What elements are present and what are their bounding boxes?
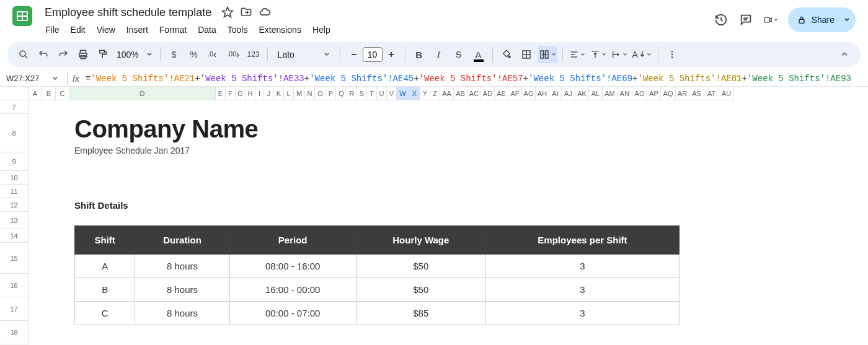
column-header[interactable]: AS bbox=[689, 87, 704, 100]
column-header[interactable]: AL bbox=[589, 87, 603, 100]
menu-extensions[interactable]: Extensions bbox=[254, 22, 305, 37]
history-icon[interactable] bbox=[714, 12, 728, 27]
format-percent-button[interactable]: % bbox=[185, 46, 203, 63]
menu-tools[interactable]: Tools bbox=[223, 22, 252, 37]
column-header[interactable]: B bbox=[42, 87, 56, 100]
column-header[interactable]: AU bbox=[719, 87, 734, 100]
spreadsheet-cells[interactable]: Company Name Employee Schedule Jan 2017 … bbox=[29, 100, 868, 344]
column-header[interactable]: F bbox=[226, 87, 236, 100]
column-header[interactable]: E bbox=[216, 87, 226, 100]
merge-cells-button[interactable] bbox=[538, 46, 557, 63]
zoom-select[interactable]: 100% bbox=[114, 50, 155, 59]
search-menu-icon[interactable] bbox=[15, 46, 32, 63]
column-header[interactable]: T bbox=[367, 87, 377, 100]
column-header[interactable]: AC bbox=[467, 87, 481, 100]
horizontal-align-button[interactable] bbox=[568, 46, 587, 63]
decrease-decimal-icon[interactable]: .0 bbox=[205, 46, 223, 63]
column-header[interactable]: S bbox=[357, 87, 367, 100]
column-header[interactable]: D bbox=[69, 87, 216, 100]
format-123-button[interactable]: 123 bbox=[245, 46, 262, 63]
column-header[interactable]: X bbox=[409, 87, 420, 100]
column-header[interactable]: AF bbox=[508, 87, 522, 100]
fontsize-decrease-button[interactable] bbox=[345, 46, 363, 63]
menu-help[interactable]: Help bbox=[308, 22, 335, 37]
formula-input[interactable]: ='Week 5 Shifts'!AE21+'Week 5 Shifts'!AE… bbox=[86, 74, 851, 84]
fontsize-increase-button[interactable] bbox=[383, 46, 400, 63]
column-header[interactable]: AR bbox=[676, 87, 689, 100]
column-header[interactable]: H bbox=[246, 87, 255, 100]
column-header[interactable]: A bbox=[29, 87, 42, 100]
row-header[interactable]: 18 bbox=[0, 321, 29, 344]
text-wrap-button[interactable] bbox=[610, 46, 629, 63]
column-header[interactable]: P bbox=[326, 87, 336, 100]
star-icon[interactable] bbox=[221, 6, 234, 19]
share-dropdown[interactable] bbox=[838, 7, 856, 32]
meet-icon[interactable] bbox=[763, 12, 778, 27]
column-header[interactable]: L bbox=[284, 87, 294, 100]
column-header[interactable]: AQ bbox=[661, 87, 676, 100]
column-header[interactable]: AG bbox=[522, 87, 536, 100]
document-title[interactable]: Employee shift schedule template bbox=[41, 6, 215, 20]
share-button[interactable]: Share bbox=[788, 7, 846, 32]
row-header[interactable]: 14 bbox=[0, 229, 29, 243]
column-header[interactable]: Y bbox=[420, 87, 430, 100]
row-header[interactable]: 11 bbox=[0, 185, 29, 198]
column-header[interactable]: C bbox=[56, 87, 69, 100]
column-header[interactable]: AH bbox=[536, 87, 549, 100]
menu-format[interactable]: Format bbox=[155, 22, 191, 37]
column-header[interactable]: Q bbox=[336, 87, 347, 100]
menu-insert[interactable]: Insert bbox=[122, 22, 153, 37]
row-header[interactable]: 16 bbox=[0, 274, 29, 297]
column-header[interactable]: O bbox=[315, 87, 326, 100]
column-header[interactable]: AD bbox=[481, 87, 495, 100]
sheets-logo-icon[interactable] bbox=[10, 4, 35, 28]
fontsize-input[interactable] bbox=[363, 47, 383, 62]
undo-icon[interactable] bbox=[35, 46, 52, 63]
column-header[interactable]: V bbox=[387, 87, 397, 100]
row-header[interactable]: 13 bbox=[0, 212, 29, 229]
menu-data[interactable]: Data bbox=[193, 22, 221, 37]
collapse-toolbar-icon[interactable] bbox=[836, 46, 853, 63]
column-header[interactable]: AP bbox=[647, 87, 661, 100]
select-all-corner[interactable] bbox=[0, 87, 29, 100]
borders-button[interactable] bbox=[518, 46, 535, 63]
column-header[interactable]: U bbox=[377, 87, 387, 100]
column-header[interactable]: AN bbox=[618, 87, 632, 100]
column-header[interactable]: AA bbox=[440, 87, 454, 100]
column-header[interactable]: AI bbox=[549, 87, 562, 100]
column-header[interactable]: J bbox=[264, 87, 274, 100]
vertical-align-button[interactable] bbox=[589, 46, 608, 63]
menu-edit[interactable]: Edit bbox=[66, 22, 90, 37]
format-currency-button[interactable]: $ bbox=[166, 46, 183, 63]
redo-icon[interactable] bbox=[55, 46, 72, 63]
column-header[interactable]: K bbox=[274, 87, 284, 100]
row-header[interactable]: 8 bbox=[0, 114, 29, 152]
fill-color-button[interactable] bbox=[498, 46, 515, 63]
cloud-status-icon[interactable] bbox=[259, 6, 271, 19]
column-header[interactable]: AE bbox=[495, 87, 508, 100]
column-header[interactable]: AT bbox=[704, 87, 719, 100]
comment-icon[interactable] bbox=[738, 12, 753, 27]
row-header[interactable]: 10 bbox=[0, 171, 29, 185]
column-header[interactable]: Z bbox=[430, 87, 440, 100]
menu-view[interactable]: View bbox=[92, 22, 120, 37]
column-header[interactable]: W bbox=[397, 87, 409, 100]
column-header[interactable]: R bbox=[347, 87, 357, 100]
font-select[interactable]: Lato bbox=[273, 46, 335, 63]
move-icon[interactable] bbox=[240, 6, 252, 19]
text-rotation-button[interactable]: A bbox=[631, 46, 653, 63]
row-header[interactable]: 15 bbox=[0, 243, 29, 274]
column-header[interactable]: AM bbox=[603, 87, 618, 100]
name-box[interactable]: W27:X27 bbox=[0, 74, 62, 83]
column-header[interactable]: AJ bbox=[562, 87, 575, 100]
strikethrough-button[interactable]: S bbox=[450, 46, 467, 63]
increase-decimal-icon[interactable]: .00 bbox=[225, 46, 242, 63]
menu-file[interactable]: File bbox=[41, 22, 64, 37]
paint-format-icon[interactable] bbox=[94, 46, 112, 63]
column-header[interactable]: AO bbox=[632, 87, 647, 100]
row-header[interactable]: 17 bbox=[0, 297, 29, 321]
bold-button[interactable]: B bbox=[410, 46, 428, 63]
column-header[interactable]: AB bbox=[454, 87, 467, 100]
column-header[interactable]: N bbox=[305, 87, 315, 100]
column-header[interactable]: G bbox=[236, 87, 246, 100]
